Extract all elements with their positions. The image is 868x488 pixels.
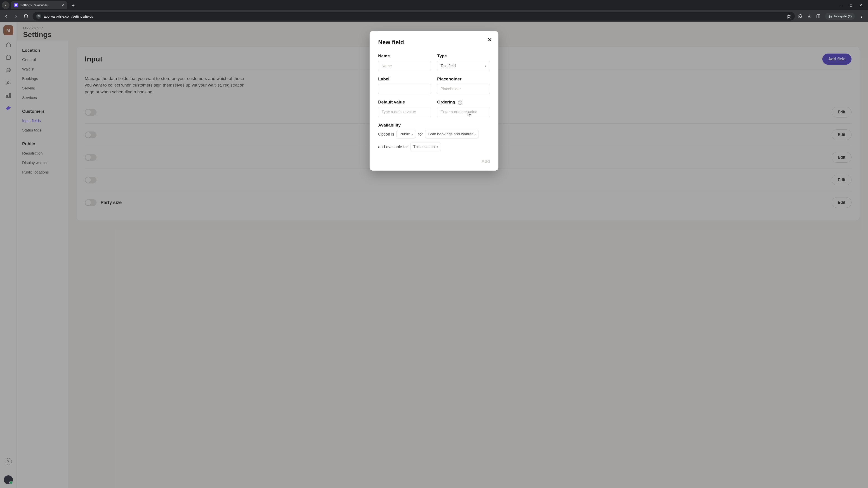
ordering-input[interactable] xyxy=(437,107,490,117)
maximize-icon[interactable] xyxy=(849,3,852,7)
favicon-icon xyxy=(14,3,18,7)
window-close-icon[interactable] xyxy=(859,3,863,7)
availability-label: Availability xyxy=(378,123,490,128)
tab-search-dropdown[interactable] xyxy=(2,1,9,9)
svg-marker-8 xyxy=(787,14,791,18)
kebab-menu-icon[interactable] xyxy=(860,14,864,18)
name-input[interactable] xyxy=(378,61,431,71)
avail-text: and available for xyxy=(378,144,408,149)
incognito-label: Incognito (2) xyxy=(834,14,852,18)
help-tooltip-icon[interactable]: ? xyxy=(458,101,462,105)
tab-close-icon[interactable]: ✕ xyxy=(61,3,64,7)
forward-button[interactable] xyxy=(13,13,20,20)
location-select[interactable]: This location ▾ xyxy=(410,142,441,151)
chevron-down-icon: ▾ xyxy=(437,145,438,149)
browser-toolbar: app.waitwhile.com/settings/fields Incogn… xyxy=(0,10,868,22)
back-button[interactable] xyxy=(3,13,9,20)
svg-point-7 xyxy=(39,16,39,17)
placeholder-label: Placeholder xyxy=(437,76,490,82)
site-settings-icon[interactable] xyxy=(36,14,41,19)
reload-button[interactable] xyxy=(23,13,29,20)
svg-point-13 xyxy=(861,17,862,18)
chevron-down-icon: ▾ xyxy=(412,133,413,136)
ordering-label: Ordering ? xyxy=(437,100,490,105)
visibility-select[interactable]: Public ▾ xyxy=(397,130,416,138)
minimize-icon[interactable] xyxy=(839,3,843,7)
type-value: Text field xyxy=(440,64,456,68)
svg-point-6 xyxy=(38,15,39,16)
extensions-icon[interactable] xyxy=(798,14,802,19)
downloads-icon[interactable] xyxy=(807,14,811,19)
modal-overlay[interactable]: New field ✕ Name Type Text field ▾ xyxy=(0,22,868,488)
tab-strip: Settings | Waitwhile ✕ ＋ xyxy=(0,0,868,10)
browser-tab[interactable]: Settings | Waitwhile ✕ xyxy=(11,1,67,9)
svg-rect-1 xyxy=(850,4,852,6)
url-text: app.waitwhile.com/settings/fields xyxy=(44,14,784,18)
incognito-badge[interactable]: Incognito (2) xyxy=(825,13,855,20)
bookmark-star-icon[interactable] xyxy=(786,14,791,19)
label-label: Label xyxy=(378,76,431,82)
svg-point-12 xyxy=(861,16,862,17)
new-tab-button[interactable]: ＋ xyxy=(69,2,78,8)
modal-add-button[interactable]: Add xyxy=(482,159,490,164)
avail-text: Option is xyxy=(378,132,394,137)
reader-icon[interactable] xyxy=(816,14,820,19)
type-select[interactable]: Text field ▾ xyxy=(437,61,490,71)
new-field-modal: New field ✕ Name Type Text field ▾ xyxy=(370,31,498,170)
scope-select[interactable]: Both bookings and waitlist ▾ xyxy=(425,130,479,138)
avail-text: for xyxy=(418,132,423,137)
tab-title: Settings | Waitwhile xyxy=(20,3,59,7)
default-label: Default value xyxy=(378,100,431,105)
chevron-down-icon: ▾ xyxy=(485,64,487,68)
chevron-down-icon: ▾ xyxy=(474,133,476,136)
svg-point-11 xyxy=(861,15,862,15)
modal-close-icon[interactable]: ✕ xyxy=(488,37,492,43)
label-input[interactable] xyxy=(378,84,431,94)
modal-title: New field xyxy=(378,39,490,46)
address-bar[interactable]: app.waitwhile.com/settings/fields xyxy=(33,12,795,21)
placeholder-input[interactable] xyxy=(437,84,490,94)
name-label: Name xyxy=(378,54,431,59)
default-input[interactable] xyxy=(378,107,431,117)
type-label: Type xyxy=(437,54,490,59)
window-controls xyxy=(839,3,866,7)
